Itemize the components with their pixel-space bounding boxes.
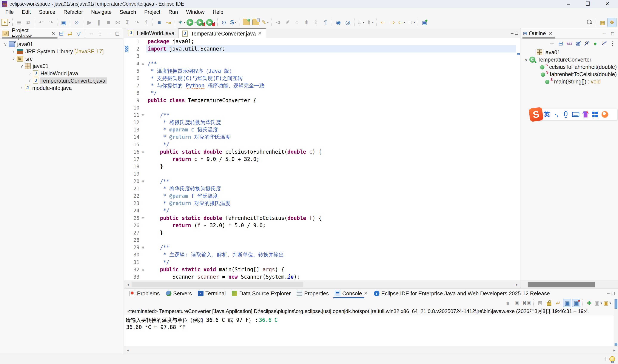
display-console-button[interactable]: ▣▾ — [594, 299, 602, 307]
outline-item-temperatureconverter[interactable]: ∨CTemperatureConverter — [521, 56, 618, 63]
scroll-thumb[interactable] — [615, 299, 617, 309]
minimize-button[interactable]: – — [559, 0, 578, 7]
tab-problems[interactable]: Problems — [127, 288, 163, 298]
tree-item-java01[interactable]: ∨java01 — [0, 40, 123, 48]
code-line-11[interactable]: 11⊖ /** — [124, 111, 521, 119]
step-filters-button[interactable]: ↝ — [164, 18, 173, 27]
code-line-21[interactable]: 21 * 将华氏度转换为摄氏度 — [124, 185, 521, 192]
maximize-button[interactable]: ❐ — [579, 0, 597, 7]
console-remove-all-button[interactable]: ✖✖ — [522, 299, 531, 307]
pin-editor-button[interactable]: ▣ — [420, 18, 429, 27]
fold-marker-icon[interactable]: ⊖ — [140, 266, 146, 273]
sort-button[interactable]: a↓z — [566, 39, 573, 47]
code-line-8[interactable]: 8 */ — [124, 89, 521, 97]
step-into-button[interactable]: ↧ — [123, 18, 132, 27]
minimize-view-button[interactable]: – — [601, 30, 608, 38]
code-line-2[interactable]: 2import java.util.Scanner; — [124, 45, 521, 52]
save-all-button[interactable]: ⧉ — [24, 18, 33, 27]
outline-horizontal-scrollbar[interactable] — [521, 281, 618, 288]
close-icon[interactable]: ✕ — [52, 31, 55, 36]
tree-item-src[interactable]: ∨src — [0, 55, 123, 62]
chevron-collapsed-icon[interactable]: › — [27, 78, 33, 83]
minimize-view-button[interactable]: – — [607, 291, 609, 296]
code-line-9[interactable]: 9public class TemperatureConverter { — [124, 97, 521, 104]
ime-toolbox-icon[interactable] — [592, 112, 598, 117]
search-button[interactable] — [585, 18, 594, 27]
code-line-32[interactable]: 32⊖ public static void main(String[] arg… — [124, 266, 521, 273]
ime-microphone-icon[interactable] — [563, 112, 569, 117]
editor-tab-helloworld.java[interactable]: HelloWorld.java — [124, 28, 178, 38]
fold-marker-icon[interactable]: ⊖ — [140, 148, 146, 156]
hide-locals-button[interactable]: L — [600, 39, 607, 47]
pin-console-button[interactable]: ✚ — [585, 299, 593, 307]
scroll-right-icon[interactable]: ▸ — [611, 348, 618, 353]
hide-static-button[interactable]: S — [583, 39, 590, 47]
outline-item-fahrenheittocelsius-double-[interactable]: SfahrenheitToCelsius(double) — [521, 71, 618, 78]
maximize-view-button[interactable]: □ — [515, 30, 518, 36]
menu-window[interactable]: Window — [182, 8, 208, 16]
javaee-perspective-button[interactable]: ❖ — [607, 18, 617, 27]
fold-marker-icon[interactable]: ⊖ — [140, 178, 146, 185]
tree-item-java01[interactable]: ∨java01 — [0, 62, 123, 70]
view-menu-button[interactable]: ⋮ — [609, 39, 616, 47]
menu-source[interactable]: Source — [35, 8, 59, 16]
show-whitespace-button[interactable]: ¶ — [321, 18, 330, 27]
code-editor[interactable]: 1package java01;2import java.util.Scanne… — [124, 38, 521, 281]
view-menu-button[interactable]: ⋮ — [96, 30, 104, 38]
clear-console-button[interactable]: ⊠ — [536, 299, 544, 307]
show-stderr-button[interactable]: ▣ — [572, 299, 580, 307]
tab-servers[interactable]: Servers — [163, 288, 195, 298]
chevron-expanded-icon[interactable]: ∨ — [2, 42, 9, 47]
tab-data-source-explorer[interactable]: Data Source Explorer — [229, 288, 294, 298]
tree-item-temperatureconverter-java[interactable]: ›TemperatureConverter.java — [0, 77, 123, 84]
menu-project[interactable]: Project — [140, 8, 165, 16]
ime-punctuation-button[interactable]: ·, — [553, 111, 559, 118]
code-line-27[interactable]: 27 } — [124, 229, 521, 236]
save-button[interactable]: ▤ — [14, 18, 24, 27]
forward-button[interactable]: ⇒▾ — [407, 18, 416, 27]
code-line-5[interactable]: 5 * 温度转换器示例程序（Java 版） — [124, 67, 521, 75]
chevron-expanded-icon[interactable]: ∨ — [523, 57, 529, 62]
code-line-33[interactable]: 33 Scanner scanner = new Scanner(System.… — [124, 273, 521, 281]
ime-keyboard-icon[interactable] — [572, 112, 579, 117]
export-wizard-button[interactable] — [251, 18, 260, 27]
team-sync-button[interactable]: ◌ — [293, 18, 302, 27]
focus-button[interactable]: ◦◦ — [549, 39, 556, 47]
debug-button[interactable]: ✶▾ — [177, 18, 186, 27]
next-edit-location-button[interactable]: ⇒ — [388, 18, 397, 27]
expand-sections-button[interactable]: ⇑▾ — [366, 18, 375, 27]
word-wrap-button[interactable]: ↵ — [554, 299, 562, 307]
menu-navigate[interactable]: Navigate — [87, 8, 116, 16]
hide-nonpublic-button[interactable]: ● — [592, 39, 599, 47]
editor-horizontal-scrollbar[interactable]: ◂ ▸ — [124, 281, 521, 288]
profile-button[interactable]: ▶▾ — [206, 18, 216, 27]
fold-marker-icon[interactable]: ⊖ — [140, 60, 146, 67]
chevron-expanded-icon[interactable]: ∨ — [18, 64, 25, 69]
code-line-16[interactable]: 16⊖ public static double celsiusToFahren… — [124, 148, 521, 156]
tab-project-explorer[interactable]: Project Explorer ✕ — [2, 28, 57, 39]
menu-help[interactable]: Help — [209, 8, 227, 16]
code-line-23[interactable]: 23 * @return 对应的摄氏温度 — [124, 200, 521, 207]
menu-run[interactable]: Run — [164, 8, 182, 16]
code-line-12[interactable]: 12 * 将摄氏度转换为华氏度 — [124, 119, 521, 126]
collapse-all-button[interactable]: ⊟ — [557, 39, 565, 47]
chevron-collapsed-icon[interactable]: › — [18, 86, 25, 90]
code-line-10[interactable]: 10 — [124, 104, 521, 111]
disconnect-button[interactable]: ⋈ — [113, 18, 122, 27]
outline-item-main-string-[interactable]: Smain(String[]) : void — [521, 78, 618, 85]
tab-outline[interactable]: ⊞ Outline ✕ — [523, 28, 555, 39]
maximize-view-button[interactable]: □ — [609, 30, 616, 38]
code-line-30[interactable]: 30 * 主逻辑: 读取输入、解析、判断单位、转换并输出 — [124, 251, 521, 258]
console-horizontal-scrollbar[interactable]: ◂ ▸ — [124, 346, 618, 354]
open-browser-button[interactable]: ◉ — [334, 18, 343, 27]
notifications-icon[interactable] — [609, 356, 615, 362]
open-console-button[interactable]: ▣▾ — [603, 299, 611, 307]
maximize-view-button[interactable]: □ — [612, 291, 615, 296]
code-line-7[interactable]: 7 * 与你提供的 Python 程序功能、逻辑完全一致 — [124, 82, 521, 89]
show-stdout-button[interactable]: ▣ — [563, 299, 571, 307]
scroll-lock-button[interactable] — [545, 299, 553, 307]
ime-language-mode-button[interactable]: 英 — [544, 111, 550, 118]
tab-console[interactable]: Console✕ — [332, 288, 371, 298]
code-line-6[interactable]: 6 * 支持摄氏度(C)与华氏度(F)之间互转 — [124, 75, 521, 82]
skip-breakpoints-button[interactable]: ⊘ — [72, 18, 81, 27]
